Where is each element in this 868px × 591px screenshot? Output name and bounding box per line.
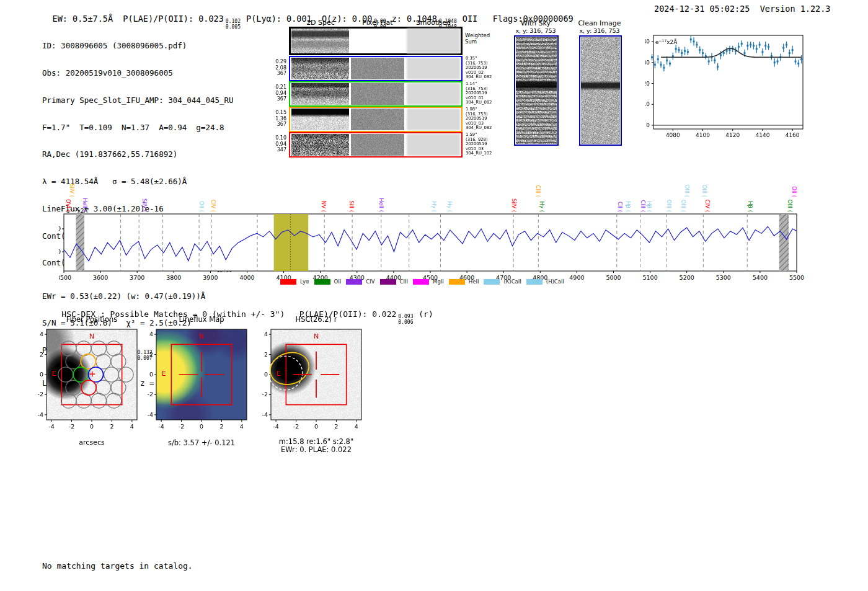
svg-text:2: 2 — [110, 423, 113, 430]
selected-fiber-circle — [73, 367, 88, 382]
spectral-line-label: SiII ( — [348, 200, 355, 212]
svg-text:m:15.8 re:1.6" s:2.8": m:15.8 re:1.6" s:2.8" — [279, 437, 353, 446]
spectral-line-label: CIII ( — [535, 185, 541, 197]
legend-item: (K)CaII — [484, 278, 521, 285]
spectral-line-label: SiIV ( — [69, 184, 75, 197]
legend-swatch — [380, 279, 396, 285]
spectral-line-label: Hγ ( — [539, 202, 545, 212]
fiber-row-weights: 0.292.08367 — [259, 59, 286, 77]
legend-item: MgII — [413, 278, 444, 285]
svg-text:0: 0 — [149, 371, 153, 378]
svg-text:5200: 5200 — [680, 274, 694, 281]
svg-text:0: 0 — [646, 122, 650, 128]
spectral-line-label: Hγ ( — [431, 202, 437, 212]
spectral-line-label: Hβ ( — [747, 201, 753, 212]
spectral-line-label: CIII ( — [640, 200, 646, 212]
fiber-row-id: 1.59"(316, 928)20200519v010_03304_RU_102 — [466, 133, 500, 156]
svg-text:-4: -4 — [262, 411, 268, 418]
fiber-smoothed-image — [407, 83, 460, 105]
footer-notes: No matching targets in catalog. Row inte… — [42, 542, 193, 591]
fiber-row-id: 1.08"(316, 753)20200519v010_03304_RU_082 — [466, 107, 500, 131]
fiber-smoothed-image — [407, 134, 460, 156]
svg-text:4: 4 — [355, 423, 358, 430]
legend-item: CIV — [346, 278, 374, 285]
legend-label: HeII — [469, 278, 479, 285]
fiber-smoothed-image — [407, 58, 460, 79]
legend-swatch — [526, 279, 542, 285]
hscdex-plae-uncertainty: 0.0930.006 — [398, 314, 413, 325]
selected-fiber-circle — [88, 367, 103, 382]
svg-text:3700: 3700 — [130, 274, 144, 281]
fiber-pixelflat-image — [351, 58, 404, 79]
catalog-ellipse — [266, 348, 313, 389]
svg-text:-4: -4 — [148, 411, 153, 418]
hsc-dex-line: HSC-DEX : Possible Matches = 0 (within +… — [42, 300, 433, 334]
svg-text:4140: 4140 — [755, 132, 769, 138]
spectral-line-label: OIII ( — [787, 200, 793, 212]
svg-text:-2: -2 — [293, 423, 299, 430]
svg-text:4160: 4160 — [786, 132, 800, 138]
legend-swatch — [346, 279, 362, 285]
svg-text:s/b: 3.57 +/- 0.121: s/b: 3.57 +/- 0.121 — [168, 438, 235, 447]
legend-item: OII — [314, 278, 342, 285]
spectral-line-label: SiIV ( — [511, 198, 517, 212]
fiber-row-weights: 0.151.36367 — [259, 110, 286, 128]
svg-text:5000: 5000 — [606, 274, 621, 281]
spectral-line-label: HeII ( — [82, 198, 88, 212]
legend-item: Lyα — [280, 278, 309, 285]
svg-text:5300: 5300 — [716, 274, 731, 281]
svg-text:40: 40 — [59, 225, 61, 232]
fiber-2dspec-bands — [291, 58, 349, 79]
weighted-2dspec-bands — [291, 29, 349, 53]
legend-label: (H)CaII — [546, 278, 564, 285]
svg-text:2: 2 — [334, 423, 338, 430]
svg-text:40: 40 — [645, 38, 650, 45]
spectral-line-label: CII ( — [617, 202, 623, 212]
spectral-line-label: Hβ ( — [625, 201, 631, 212]
svg-text:-4: -4 — [158, 423, 164, 430]
line-fit-zoom-plot: 01020304040804100412041404160e−17x2Å — [645, 28, 809, 140]
svg-text:4900: 4900 — [569, 274, 584, 281]
svg-text:2: 2 — [219, 423, 223, 430]
svg-text:-2: -2 — [69, 423, 74, 430]
legend-label: CIV — [366, 278, 374, 285]
svg-text:3800: 3800 — [166, 274, 181, 281]
spectral-line-label: NV ( — [321, 201, 327, 212]
legend-label: (K)CaII — [503, 278, 521, 285]
svg-text:30: 30 — [645, 60, 650, 66]
legend-label: CIII — [400, 278, 408, 285]
svg-text:-2: -2 — [148, 391, 153, 398]
line-legend: LyαOIICIVCIIIMgIIHeII(K)CaII(H)CaII — [280, 278, 564, 285]
svg-text:EWr: 0. PLAE: 0.022: EWr: 0. PLAE: 0.022 — [281, 445, 352, 453]
fiber-2dspec-bands — [291, 83, 349, 105]
svg-text:10: 10 — [645, 101, 650, 107]
legend-label: Lyα — [300, 278, 309, 285]
svg-text:0: 0 — [200, 423, 203, 430]
svg-text:5500: 5500 — [789, 274, 804, 281]
svg-text:E: E — [277, 370, 281, 378]
svg-text:5400: 5400 — [753, 274, 768, 281]
spectral-line-label: OII ( — [198, 201, 205, 212]
full-spectrum-plot: 3500360037003800390040004100420043004400… — [59, 167, 812, 291]
svg-text:-2: -2 — [179, 423, 184, 430]
svg-text:2: 2 — [264, 351, 268, 358]
svg-text:-2: -2 — [262, 391, 268, 398]
svg-text:2: 2 — [149, 351, 153, 358]
with-sky-stripes — [516, 37, 557, 144]
svg-text:20: 20 — [59, 248, 61, 255]
spectral-line-label: OIII ( — [680, 200, 686, 212]
svg-text:arcsecs: arcsecs — [79, 438, 105, 447]
legend-swatch — [413, 279, 429, 285]
spectral-line-label: OIII ( — [701, 185, 707, 197]
spectral-line-label: OVI ( — [65, 199, 71, 212]
elixer-report-page: EW: 0.5±7.5Å P(LAE)/P(OII): 0.0230.1020.… — [0, 0, 868, 591]
fiber-row-id: 1.14"(316, 753)20200519v010_01304_RU_082 — [466, 82, 500, 105]
fiber-2dspec-bands — [291, 134, 349, 156]
selected-fiber-circle — [81, 380, 96, 395]
legend-label: OII — [334, 278, 342, 285]
fiber-2dspec-bands — [291, 109, 349, 130]
clean-image-band — [581, 37, 620, 144]
fiber-row-weights: 0.210.94367 — [259, 84, 286, 102]
spectral-line-label: CIV ( — [210, 200, 216, 212]
svg-text:20: 20 — [645, 81, 650, 87]
